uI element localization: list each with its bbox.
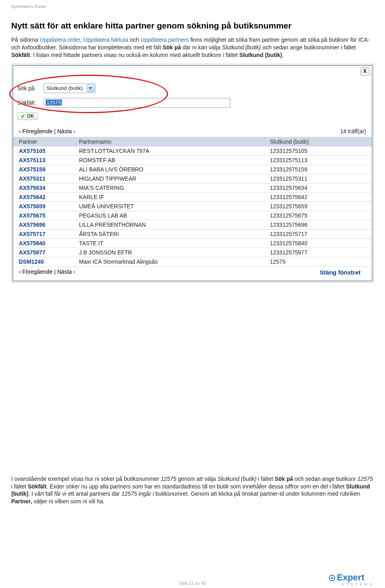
pager-prev[interactable]: ‹ Föregående	[19, 269, 53, 275]
partner-id-link[interactable]: AX575311	[19, 175, 79, 182]
link-uppdatera-faktura[interactable]: Uppdatera faktura	[83, 37, 128, 43]
pager-sep: |	[53, 269, 57, 275]
partner-name: J.B JONSSON EFTR	[79, 249, 270, 256]
text: I ovanstående exempel visas hur ni söker…	[11, 476, 161, 482]
slutkund-butik: 123312575159	[270, 166, 366, 173]
slutkund-butik: 123312575977	[270, 249, 366, 256]
text: i fältet	[257, 476, 275, 482]
slutkund-butik: 123312575675	[270, 212, 366, 219]
partner-name: KARLE IF	[79, 194, 270, 200]
partner-id-link[interactable]: AX575642	[19, 194, 79, 200]
search-popup-screenshot: X Sök på Slutkund (butik) Sökfält:	[11, 64, 374, 283]
text: väljer ni vilken som ni vill ha.	[32, 498, 105, 505]
text-italic: 12575	[161, 476, 176, 482]
text: ingår i butiksnumret. Genom att klicka p…	[137, 490, 360, 497]
text-bold: Sökfält	[28, 483, 47, 490]
partner-name: ALI BABA LIVS ÖREBRO	[79, 166, 270, 173]
text: där ni kan välja	[181, 44, 222, 51]
text: På sidorna	[11, 37, 40, 43]
pager-sep: |	[53, 128, 57, 134]
select-sok-pa[interactable]: Slutkund (butik)	[44, 83, 95, 93]
text-italic: Slutkund (butik)	[222, 44, 261, 51]
text-italic: 12575	[122, 490, 137, 497]
check-icon: ✔	[21, 113, 25, 119]
partner-id-link[interactable]: AX575696	[19, 222, 79, 228]
partner-name: UMEÅ UNIVERSITET	[79, 203, 270, 210]
close-window-link[interactable]: Stäng fönstret	[320, 268, 366, 276]
link-uppdatera-order[interactable]: Uppdatera order	[40, 37, 80, 43]
pager-next[interactable]: Nästa ›	[57, 128, 75, 134]
partner-id-link[interactable]: AX575113	[19, 157, 79, 163]
partner-id-link[interactable]: AX575717	[19, 231, 79, 237]
slutkund-butik: 123312575642	[270, 194, 366, 200]
partner-id-link[interactable]: AX575634	[19, 185, 79, 191]
doc-header: Nyhetsbrev Exder	[11, 4, 374, 9]
intro-paragraph: På sidorna Uppdatera order, Uppdatera fa…	[11, 36, 374, 59]
table-row: AX575634MIA'S CATERING123312575634	[13, 183, 372, 193]
page-title: Nytt sätt för att enklare hitta partner …	[11, 21, 374, 31]
text-bold: Sökfält	[11, 52, 30, 58]
slutkund-butik: 123312575634	[270, 185, 366, 191]
text: och	[128, 37, 140, 43]
svg-point-2	[331, 577, 333, 579]
partner-id-link[interactable]: AX575159	[19, 166, 79, 173]
hit-count: 14 träff(ar)	[340, 128, 366, 134]
text-bold: Partner,	[11, 498, 32, 505]
partner-id-link[interactable]: AX575105	[19, 148, 79, 154]
partner-name: MIA'S CATERING	[79, 185, 270, 191]
partner-id-link[interactable]: AX575659	[19, 203, 79, 210]
partner-name: PEGASUS LAB AB	[79, 212, 270, 219]
text: och sedan ange butiksnr	[293, 476, 357, 482]
partner-name: LILLA PRESENTHÖRNAN	[79, 222, 270, 228]
table-row: AX575840TASTE IT123312575840	[13, 239, 372, 248]
svg-text:Expert: Expert	[337, 572, 365, 582]
partner-id-link[interactable]: AX575675	[19, 212, 79, 219]
partner-id-link[interactable]: AX575977	[19, 249, 79, 256]
pager-bottom: ‹ Föregående | Nästa ›	[19, 269, 75, 275]
text: i fältet	[11, 483, 28, 490]
chevron-down-icon	[87, 84, 94, 92]
col-header-name: Partnernamn	[79, 138, 270, 145]
text: och sedan ange butiksnummer i fältet	[261, 44, 356, 51]
partner-name: HIGLAND TIPPIWEAR	[79, 175, 270, 182]
table-row: AX575675PEGASUS LAB AB123312575675	[13, 211, 372, 220]
col-header-butik: Slutkund (butik)	[270, 138, 366, 145]
table-row: AX575659UMEÅ UNIVERSITET123312575659	[13, 202, 372, 211]
partner-name: REST.LOTTALYCKAN 797A	[79, 148, 270, 154]
partner-name: ÅRSTA SÄTERI	[79, 231, 270, 237]
table-row: AX575977J.B JONSSON EFTR123312575977	[13, 248, 372, 257]
link-uppdatera-partners[interactable]: Uppdatera partners	[140, 37, 189, 43]
pager-top: ‹ Föregående | Nästa ›	[19, 128, 75, 134]
text: . I vårt fall får vi ett antal partners …	[28, 490, 122, 497]
table-row: AX575113ROMSTEF AB123312575113	[13, 156, 372, 165]
svg-marker-0	[89, 87, 92, 90]
pager-next[interactable]: Nästa ›	[57, 269, 75, 275]
slutkund-butik: 123312575840	[270, 240, 366, 246]
pager-prev[interactable]: ‹ Föregående	[19, 128, 53, 134]
text-bold: Sök på	[275, 476, 293, 482]
slutkund-butik: 123312575311	[270, 175, 366, 182]
partner-id-link[interactable]: AX575840	[19, 240, 79, 246]
slutkund-butik: 123312575696	[270, 222, 366, 228]
text: . Exder söker nu upp alla partners som h…	[47, 483, 346, 490]
select-value: Slutkund (butik)	[47, 85, 87, 91]
text: genom att välja	[176, 476, 218, 482]
result-header: Partner Partnernamn Slutkund (butik)	[13, 137, 372, 146]
slutkund-butik: 123312575717	[270, 231, 366, 237]
expert-systems-logo: Expert S Y S T E M S	[328, 569, 376, 587]
table-row: DSM1240Maxi ICA Stormarknad Alingsås1257…	[13, 257, 372, 267]
ok-button[interactable]: ✔ OK	[17, 112, 38, 120]
input-sokfalt[interactable]: 12575	[44, 98, 230, 108]
partner-name: Maxi ICA Stormarknad Alingsås	[79, 258, 270, 265]
text-bold: Sök på	[162, 44, 181, 51]
text-bold: Slutkund (butik)	[239, 52, 282, 58]
text: .	[282, 52, 284, 58]
partner-id-link[interactable]: DSM1240	[19, 258, 79, 265]
table-row: AX575311HIGLAND TIPPIWEAR123312575311	[13, 174, 372, 183]
close-button[interactable]: X	[361, 67, 369, 75]
col-header-partner: Partner	[19, 138, 79, 145]
partner-name: TASTE IT	[79, 240, 270, 246]
slutkund-butik: 123312575659	[270, 203, 366, 210]
below-paragraph: I ovanstående exempel visas hur ni söker…	[11, 475, 374, 506]
slutkund-butik: 123312575105	[270, 148, 366, 154]
